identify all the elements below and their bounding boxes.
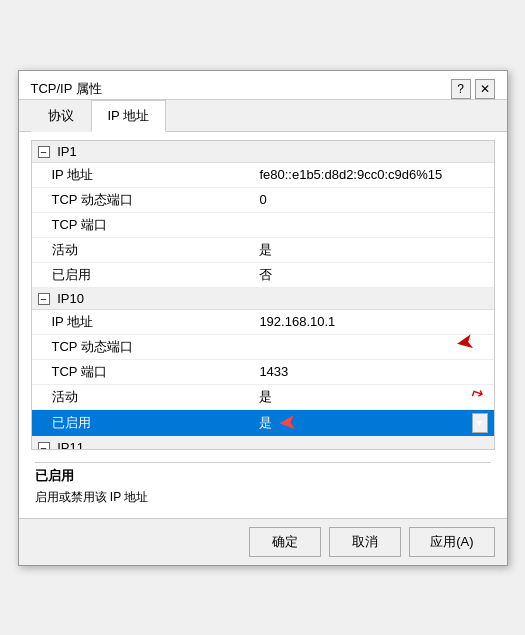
ip1-address-value: fe80::e1b5:d8d2:9cc0:c9d6%15: [239, 162, 493, 187]
ip10-tcp-port-key: TCP 端口: [32, 359, 240, 384]
section-ip1-label: IP1: [57, 144, 77, 159]
tab-protocol[interactable]: 协议: [31, 100, 91, 132]
ip1-tcp-port-value: [239, 212, 493, 237]
section-ip1-header: − IP1: [32, 141, 494, 163]
dialog-window: TCP/IP 属性 ? ✕ 协议 IP 地址 − IP1: [18, 70, 508, 566]
ip10-enabled-value: 是 ➤ ▼: [239, 409, 493, 436]
tab-ip-address[interactable]: IP 地址: [91, 100, 167, 132]
section-ip11-header: − IP11: [32, 436, 494, 450]
ip10-row-enabled[interactable]: 已启用 是 ➤ ▼: [32, 409, 494, 436]
ip1-tcp-dynamic-value: 0: [239, 187, 493, 212]
cancel-button[interactable]: 取消: [329, 527, 401, 557]
ip10-enabled-key: 已启用: [32, 409, 240, 436]
ip1-tcp-port-key: TCP 端口: [32, 212, 240, 237]
section-ip10-header: − IP10: [32, 287, 494, 309]
enabled-value-container: 是 ➤ ▼: [259, 413, 487, 433]
ip1-enabled-value: 否: [239, 262, 493, 287]
collapse-ip10-icon[interactable]: −: [38, 293, 50, 305]
help-button[interactable]: ?: [451, 79, 471, 99]
ip1-row-tcp-port[interactable]: TCP 端口: [32, 212, 494, 237]
ip1-active-value: 是: [239, 237, 493, 262]
title-bar: TCP/IP 属性 ? ✕: [19, 71, 507, 100]
ip1-enabled-key: 已启用: [32, 262, 240, 287]
ip10-row-tcp-dynamic[interactable]: TCP 动态端口 ➤: [32, 334, 494, 359]
info-section: 已启用 启用或禁用该 IP 地址: [31, 450, 495, 510]
collapse-ip1-icon[interactable]: −: [38, 146, 50, 158]
ip1-row-tcp-dynamic[interactable]: TCP 动态端口 0: [32, 187, 494, 212]
ip10-row-address[interactable]: IP 地址 192.168.10.1: [32, 309, 494, 334]
dialog-title: TCP/IP 属性: [31, 80, 102, 98]
content-area: − IP1 IP 地址 fe80::e1b5:d8d2:9cc0:c9d6%15…: [19, 132, 507, 518]
ip10-address-key: IP 地址: [32, 309, 240, 334]
ip1-row-enabled[interactable]: 已启用 否: [32, 262, 494, 287]
ip1-tcp-dynamic-key: TCP 动态端口: [32, 187, 240, 212]
apply-button[interactable]: 应用(A): [409, 527, 494, 557]
enabled-dropdown-btn[interactable]: ▼: [472, 413, 488, 433]
ip10-active-value: 是 ↵: [239, 384, 493, 409]
ip10-row-tcp-port[interactable]: TCP 端口 1433: [32, 359, 494, 384]
ip10-tcp-dynamic-key: TCP 动态端口: [32, 334, 240, 359]
ip1-row-address[interactable]: IP 地址 fe80::e1b5:d8d2:9cc0:c9d6%15: [32, 162, 494, 187]
ip10-active-key: 活动: [32, 384, 240, 409]
collapse-ip11-icon[interactable]: −: [38, 442, 50, 449]
title-buttons: ? ✕: [451, 79, 495, 99]
ip1-address-key: IP 地址: [32, 162, 240, 187]
tabs-row: 协议 IP 地址: [19, 100, 507, 132]
ip1-row-active[interactable]: 活动 是: [32, 237, 494, 262]
section-ip11-label: IP11: [57, 440, 84, 450]
ip-table: − IP1 IP 地址 fe80::e1b5:d8d2:9cc0:c9d6%15…: [32, 141, 494, 450]
info-title: 已启用: [35, 467, 491, 485]
ip1-active-key: 活动: [32, 237, 240, 262]
ip10-tcp-dynamic-value: ➤: [239, 334, 493, 359]
close-button[interactable]: ✕: [475, 79, 495, 99]
ip10-tcp-port-value: 1433: [239, 359, 493, 384]
ip10-row-active[interactable]: 活动 是 ↵: [32, 384, 494, 409]
info-divider: [35, 462, 491, 463]
ok-button[interactable]: 确定: [249, 527, 321, 557]
bottom-buttons: 确定 取消 应用(A): [19, 518, 507, 565]
ip-table-container[interactable]: − IP1 IP 地址 fe80::e1b5:d8d2:9cc0:c9d6%15…: [31, 140, 495, 450]
section-ip10-label: IP10: [57, 291, 84, 306]
info-description: 启用或禁用该 IP 地址: [35, 489, 491, 506]
